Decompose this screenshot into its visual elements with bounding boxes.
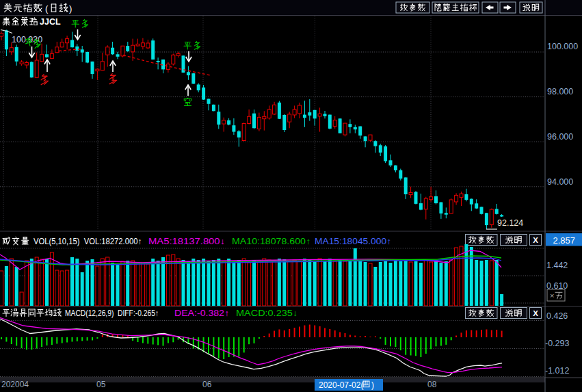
svg-text:MACD:0.235↓: MACD:0.235↓ <box>236 309 297 318</box>
svg-text:(: ( <box>45 3 49 14</box>
svg-text:96.000: 96.000 <box>547 132 573 142</box>
svg-text:-1.012: -1.012 <box>545 366 569 376</box>
svg-text:MACD(12,26,9) DIFF:-0.265↑: MACD(12,26,9) DIFF:-0.265↑ <box>65 309 159 318</box>
svg-text:100.000: 100.000 <box>547 42 578 51</box>
svg-text:-0.293: -0.293 <box>545 339 569 348</box>
svg-text:202004: 202004 <box>1 380 29 389</box>
svg-text:X: X <box>533 309 538 317</box>
svg-text:0.426: 0.426 <box>546 311 568 321</box>
svg-text:06: 06 <box>202 380 212 389</box>
svg-text:MA5:18137.800↓: MA5:18137.800↓ <box>148 237 225 246</box>
svg-text:MA15:18045.000↑: MA15:18045.000↑ <box>315 237 391 246</box>
svg-text:2020-07-02(: 2020-07-02( <box>319 380 363 390</box>
svg-text:94.000: 94.000 <box>547 177 573 187</box>
svg-text:1.442: 1.442 <box>546 261 568 270</box>
svg-text:JJCL: JJCL <box>40 17 61 27</box>
svg-text:): ) <box>371 380 374 390</box>
svg-text:92.124: 92.124 <box>497 218 523 228</box>
svg-text:): ) <box>69 3 72 14</box>
svg-text:98.000: 98.000 <box>547 87 573 96</box>
svg-text:08: 08 <box>427 380 437 389</box>
svg-text:MA10:18078.600↑: MA10:18078.600↑ <box>232 237 310 246</box>
svg-text:2.857: 2.857 <box>553 235 575 246</box>
svg-text:×: × <box>550 291 554 300</box>
svg-text:05: 05 <box>96 380 106 389</box>
svg-text:DEA:-0.382↑: DEA:-0.382↑ <box>174 309 229 318</box>
svg-text:X: X <box>533 236 538 244</box>
svg-text:VOL(5,10,15) VOL:18272.000↑: VOL(5,10,15) VOL:18272.000↑ <box>34 237 142 246</box>
